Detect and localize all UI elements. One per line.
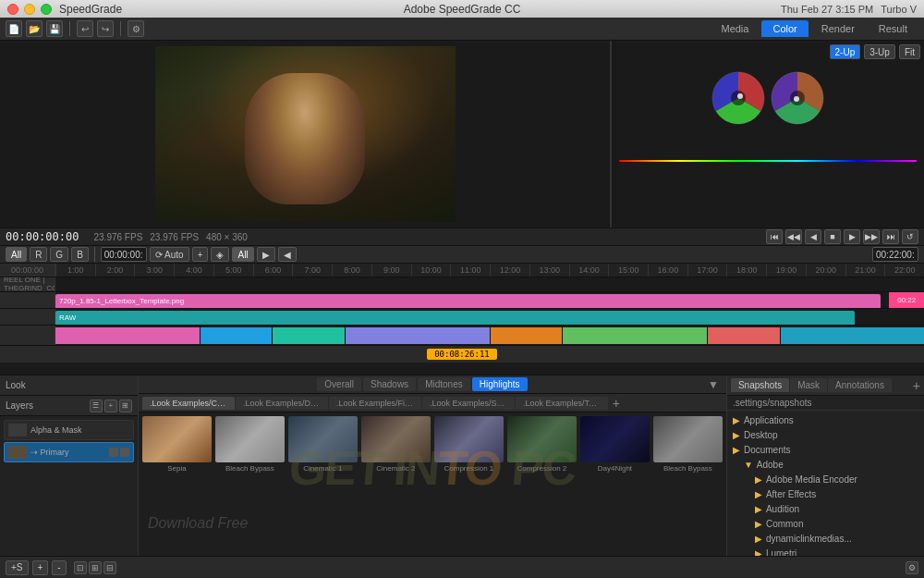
file-item-applications[interactable]: ▶ Applications xyxy=(729,412,922,427)
start-timecode-input[interactable] xyxy=(101,247,147,262)
file-item-adobe[interactable]: ▼ Adobe xyxy=(729,457,922,472)
midtones-tab[interactable]: Midtones xyxy=(418,377,470,391)
layer-item-alpha[interactable]: Alpha & Mask xyxy=(4,420,134,440)
r-btn[interactable]: ▶ xyxy=(257,247,275,262)
status-settings-icon[interactable]: ⚙ xyxy=(906,561,918,574)
new-icon[interactable]: 📄 xyxy=(6,20,22,37)
lut-tab-cinematic[interactable]: .Look Examples/Cinematic xyxy=(142,397,235,410)
grade-clip[interactable] xyxy=(346,327,491,344)
clip-raw[interactable]: RAW xyxy=(55,311,855,325)
play-back-btn[interactable]: ◀ xyxy=(805,229,821,244)
snapshot-add-btn[interactable]: + xyxy=(913,378,920,393)
lut-tab-style[interactable]: .Look Examples/Style xyxy=(422,397,515,410)
video-track-1-content[interactable]: 720p_1.85-1_Letterbox_Template.png 00:22 xyxy=(55,292,924,308)
status-plus-btn[interactable]: + xyxy=(32,560,49,575)
redo-icon[interactable]: ↪ xyxy=(97,20,114,37)
play-btn[interactable]: ▶ xyxy=(844,229,860,244)
close-button[interactable] xyxy=(7,4,18,15)
grade-clip[interactable] xyxy=(55,327,201,344)
file-item-desktop[interactable]: ▶ Desktop xyxy=(729,427,922,442)
status-plus-s-btn[interactable]: +S xyxy=(6,560,29,575)
file-item-ae[interactable]: ▶ After Effects xyxy=(729,486,922,501)
lut-item-bb[interactable]: Bleach Bypass xyxy=(653,416,723,574)
grade-clip[interactable] xyxy=(273,327,346,344)
loop-toggle[interactable]: ⟳ Auto xyxy=(150,247,189,262)
go-to-start-btn[interactable]: ⏮ xyxy=(766,229,783,244)
layer-item-primary[interactable]: ⇢ Primary xyxy=(4,442,134,462)
grade-clip[interactable] xyxy=(563,327,708,344)
add-grade[interactable]: ◈ xyxy=(211,247,229,262)
file-item-dynamiclink[interactable]: ▶ dynamiclinkmedias... xyxy=(729,531,922,546)
lut-item-comp1[interactable]: Compression 1 xyxy=(434,416,504,574)
tab-snapshots[interactable]: Snapshots xyxy=(731,378,789,392)
project-track-content[interactable] xyxy=(55,277,924,291)
tab-render[interactable]: Render xyxy=(810,20,866,37)
layer-btn[interactable] xyxy=(109,448,118,457)
shadows-tab[interactable]: Shadows xyxy=(363,377,416,391)
grade-clip[interactable] xyxy=(781,327,925,344)
open-icon[interactable]: 📂 xyxy=(26,20,43,37)
lut-item-bleach[interactable]: Bleach Bypass xyxy=(215,416,285,574)
view-2up-btn[interactable]: 2-Up xyxy=(830,44,861,59)
add-marker[interactable]: + xyxy=(192,247,209,262)
layers-add-icon[interactable]: + xyxy=(104,400,117,412)
lut-tab-temperature[interactable]: .Look Examples/Temperature xyxy=(516,397,608,410)
file-item-common[interactable]: ▶ Common xyxy=(729,516,922,531)
track-btn-2[interactable]: G xyxy=(50,247,68,262)
fit-btn[interactable]: Fit xyxy=(899,44,920,59)
undo-icon[interactable]: ↩ xyxy=(77,20,93,37)
lut-tab-filmstock[interactable]: .Look Examples/Filmstock xyxy=(329,397,421,410)
tab-color[interactable]: Color xyxy=(761,20,808,37)
lut-item-comp2[interactable]: Compression 2 xyxy=(507,416,577,574)
lut-item-d4n[interactable]: Day4Night xyxy=(580,416,650,574)
status-icon-3[interactable]: ⊟ xyxy=(103,561,116,574)
all-btn-2[interactable]: All xyxy=(232,247,253,262)
lut-item-cin2[interactable]: Cinematic 2 xyxy=(361,416,431,574)
lut-tab-desaturation[interactable]: .Look Examples/Desaturation xyxy=(236,397,328,410)
track-btn-3[interactable]: B xyxy=(71,247,89,262)
tab-media[interactable]: Media xyxy=(710,20,760,37)
maximize-button[interactable] xyxy=(41,4,52,15)
layers-panel-header: Look xyxy=(0,375,138,396)
step-fwd-btn[interactable]: ▶▶ xyxy=(863,229,880,244)
file-item-documents[interactable]: ▶ Documents xyxy=(729,442,922,457)
lut-item-cin1[interactable]: Cinematic 1 xyxy=(288,416,358,574)
s-btn[interactable]: ◀ xyxy=(278,247,297,262)
go-to-end-btn[interactable]: ⏭ xyxy=(882,229,899,244)
grade-clip[interactable] xyxy=(201,327,274,344)
status-icon-2[interactable]: ⊞ xyxy=(89,561,102,574)
end-timecode-input[interactable] xyxy=(872,247,918,262)
tab-annotations[interactable]: Annotations xyxy=(828,378,892,392)
overall-tab[interactable]: Overall xyxy=(317,377,361,391)
lut-item-sepia[interactable]: Sepia xyxy=(142,416,212,574)
highlights-tab[interactable]: Highlights xyxy=(472,377,528,391)
step-back-btn[interactable]: ◀◀ xyxy=(785,229,802,244)
minimize-button[interactable] xyxy=(24,4,35,15)
track-btn-1[interactable]: R xyxy=(30,247,47,262)
grade-track-content[interactable] xyxy=(55,326,924,345)
stop-btn[interactable]: ■ xyxy=(824,229,841,244)
file-item-audition[interactable]: ▶ Audition xyxy=(729,501,922,516)
layers-view-icon[interactable]: ⊞ xyxy=(119,400,132,412)
save-icon[interactable]: 💾 xyxy=(46,20,63,37)
status-icon-1[interactable]: ⊡ xyxy=(74,561,87,574)
timeline-section: REEL ONE | THEGRIND_CC_v01.prproj 720p_1… xyxy=(0,277,924,375)
clip-letterbox[interactable]: 720p_1.85-1_Letterbox_Template.png xyxy=(55,294,881,308)
tab-mask[interactable]: Mask xyxy=(790,378,827,392)
view-3up-btn[interactable]: 3-Up xyxy=(864,44,895,59)
loop-btn[interactable]: ↺ xyxy=(902,229,918,244)
lut-tab-add-btn[interactable]: + xyxy=(609,396,624,411)
all-btn[interactable]: All xyxy=(6,247,27,262)
settings-icon[interactable]: ⚙ xyxy=(128,20,144,37)
video-track-2-content[interactable]: RAW xyxy=(55,309,924,325)
ruler-mark: 2:00 xyxy=(95,264,135,276)
panel-expand-btn[interactable]: ▼ xyxy=(704,378,723,391)
layers-options-icon[interactable]: ☰ xyxy=(90,400,103,412)
tab-result[interactable]: Result xyxy=(868,20,918,37)
layer-thumb xyxy=(8,446,27,459)
file-item-ame[interactable]: ▶ Adobe Media Encoder xyxy=(729,472,922,486)
grade-clip[interactable] xyxy=(491,327,564,344)
grade-clip[interactable] xyxy=(708,327,781,344)
layer-btn[interactable] xyxy=(120,448,129,457)
status-minus-btn[interactable]: - xyxy=(52,560,66,575)
